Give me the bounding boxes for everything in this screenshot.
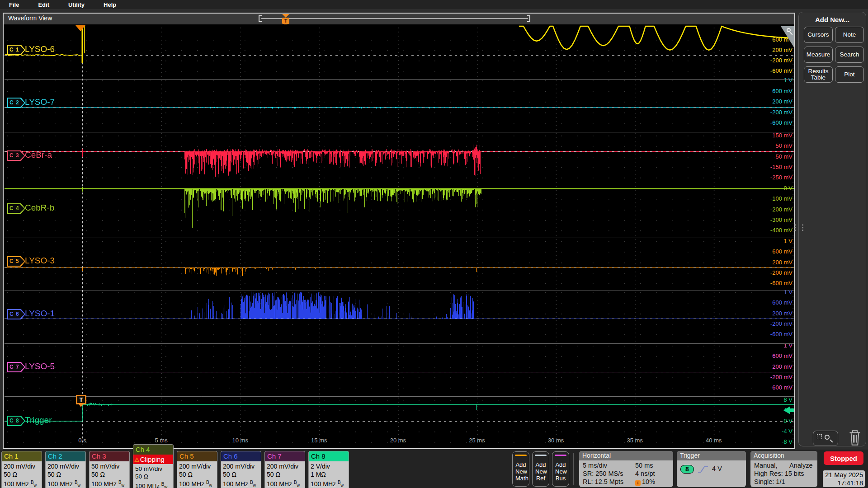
add-new-title: Add New... (799, 16, 866, 23)
view-tab[interactable]: Waveform View (8, 14, 52, 22)
minimap-trigger-marker[interactable]: T (282, 18, 289, 24)
channel-badge-settings: 200 mV/div50 Ω100 MHz Bw (46, 461, 85, 488)
acquisition-analyze: Analyze (789, 462, 813, 469)
minimap-right-bracket[interactable] (527, 15, 530, 22)
trigger-flag[interactable]: T (76, 395, 86, 404)
acquisition-panel[interactable]: Acquisition Manual, Analyze High Res: 15… (750, 451, 817, 487)
trigger-source-badge: 8 (680, 465, 694, 474)
channel-badge-ch5[interactable]: Ch 5200 mV/div50 Ω100 MHz Bw (177, 451, 217, 488)
channel-tag-c3[interactable]: C 3 (7, 150, 25, 161)
channel-bandwidth: 100 MHz Bw (135, 480, 171, 488)
channel-badge-ch1[interactable]: Ch 1200 mV/div50 Ω100 MHz Bw (1, 451, 42, 488)
oscilloscope-screen: FileEditUtilityHelp Waveform View T 600 … (0, 0, 868, 488)
time-label: 17:41:18 (823, 479, 863, 487)
waveform-canvas[interactable] (5, 25, 794, 448)
horizontal-panel[interactable]: Horizontal 5 ms/div 50 ms SR: 250 MS/s 4… (579, 451, 673, 487)
run-stop-status-button[interactable]: Stopped (824, 451, 863, 465)
channel-badge-ch4[interactable]: Ch 4⚠Clipping50 mV/div50 Ω100 MHz Bw (133, 444, 174, 488)
graticule-area[interactable]: 600 mV200 mV-200 mV-600 mV1 V600 mV200 m… (4, 24, 794, 448)
zoom-tool-button[interactable] (813, 431, 838, 446)
trigger-flag-letter: T (80, 396, 83, 403)
sidebar-button-cursors[interactable]: Cursors (804, 27, 833, 43)
menu-item-edit[interactable]: Edit (38, 1, 49, 8)
panel-drag-handle[interactable]: ⋮⋮ (791, 226, 807, 229)
menu-item-help[interactable]: Help (104, 1, 116, 8)
channel-name-label[interactable]: CeBr-a (25, 150, 52, 160)
channel-impedance: 50 Ω (47, 470, 84, 479)
trigger-level-arrow-tail (790, 408, 794, 412)
channel-tag-c1[interactable]: C 1 (7, 45, 25, 55)
channel-tag-label: C 5 (7, 256, 25, 267)
sidebar-button-search[interactable]: Search (835, 47, 864, 63)
channel-tag-label: C 6 (7, 309, 25, 319)
channel-badge-ch7[interactable]: Ch 7200 mV/div50 Ω100 MHz Bw (264, 451, 305, 488)
channel-tag-label: C 4 (7, 203, 25, 214)
channel-name-label[interactable]: CebR-b (25, 203, 54, 213)
channel-badge-ch2[interactable]: Ch 2200 mV/div50 Ω100 MHz Bw (45, 451, 86, 488)
channel-badge-ch8[interactable]: Ch 82 V/div1 MΩ100 MHz Bw (308, 451, 349, 488)
warning-icon: ⚠ (134, 456, 140, 463)
channel-badge-ch3[interactable]: Ch 350 mV/div50 Ω100 MHz Bw (89, 451, 130, 488)
channel-bandwidth: 100 MHz Bw (179, 479, 215, 488)
channel-badge-title: Ch 3 (90, 451, 129, 461)
channel-name-label[interactable]: LYSO-7 (25, 97, 55, 107)
channel-name-label[interactable]: Trigger (25, 415, 52, 425)
trigger-position-marker[interactable] (75, 25, 85, 31)
channel-name-label[interactable]: LYSO-5 (25, 361, 55, 371)
channel-tag-c5[interactable]: C 5 (7, 256, 25, 267)
add-new-ref-button[interactable]: AddNewRef (532, 451, 549, 487)
channel-badge-title: Ch 8 (309, 451, 349, 461)
acquisition-mode: Manual, (754, 462, 778, 469)
channel-badge-settings: 200 mV/div50 Ω100 MHz Bw (265, 461, 305, 488)
sidebar-button-plot[interactable]: Plot (835, 66, 864, 83)
menu-item-utility[interactable]: Utility (68, 1, 85, 8)
channel-name-label[interactable]: LYSO-6 (25, 44, 55, 54)
menu-item-file[interactable]: File (9, 1, 19, 8)
sidebar-button-measure[interactable]: Measure (804, 47, 833, 63)
trigger-panel[interactable]: Trigger 8 4 V (677, 451, 746, 487)
channel-badge-settings: 200 mV/div50 Ω100 MHz Bw (221, 461, 261, 488)
channel-scale: 200 mV/div (223, 462, 259, 470)
add-new-box: Add New... CursorsNoteMeasureSearchResul… (798, 12, 866, 446)
channel-bandwidth: 100 MHz Bw (91, 479, 127, 488)
channel-name-label[interactable]: LYSO-1 (25, 309, 55, 319)
sidebar-button-note[interactable]: Note (835, 27, 864, 43)
acquisition-panel-title: Acquisition (750, 451, 817, 460)
channel-name-label[interactable]: LYSO-3 (25, 256, 55, 266)
trigger-panel-title: Trigger (677, 451, 746, 460)
channel-scale: 200 mV/div (179, 462, 215, 470)
minimap-trigger-pointer-icon (282, 14, 289, 18)
magnifier-handle-icon (789, 32, 793, 35)
horizontal-trigpos: T10% (635, 478, 655, 486)
channel-badge-title: Ch 2 (46, 451, 85, 461)
zoom-overview-icon[interactable] (781, 26, 794, 48)
math-color-bar (515, 455, 527, 456)
zoom-lens-handle-icon (830, 439, 833, 442)
horizontal-resolution: 4 ns/pt (635, 470, 655, 477)
channel-tag-c7[interactable]: C 7 (7, 362, 25, 372)
bottom-bar-separator (573, 453, 574, 485)
sidebar-button-results-table[interactable]: Results Table (804, 66, 833, 83)
trash-icon[interactable] (845, 428, 864, 447)
add-new-bus-button[interactable]: AddNewBus (552, 451, 569, 487)
channel-tag-c8[interactable]: C 8 (7, 416, 25, 426)
zoom-lens-icon (825, 435, 830, 440)
channel-bandwidth: 100 MHz Bw (4, 479, 40, 488)
channel-impedance: 50 Ω (267, 470, 303, 479)
horizontal-scale: 5 ms/div (583, 462, 607, 469)
channel-tag-label: C 8 (7, 416, 25, 426)
channel-badge-ch6[interactable]: Ch 6200 mV/div50 Ω100 MHz Bw (221, 451, 261, 488)
add-new-math-button[interactable]: AddNewMath (512, 451, 529, 487)
channel-badge-title: Ch 1 (2, 451, 42, 461)
channel-tag-c4[interactable]: C 4 (7, 203, 25, 214)
clipping-warning: ⚠Clipping (133, 455, 173, 464)
channel-tag-c2[interactable]: C 2 (7, 98, 25, 108)
channel-bandwidth: 100 MHz Bw (223, 479, 259, 488)
ref-color-bar (535, 455, 547, 456)
channel-bandwidth: 100 MHz Bw (47, 479, 84, 488)
zoom-region-icon (817, 434, 822, 439)
minimap-left-bracket[interactable] (259, 15, 262, 22)
datetime-box[interactable]: 21 May 2025 17:41:18 (823, 470, 865, 487)
trigger-level-arrow[interactable] (783, 406, 790, 414)
channel-tag-c6[interactable]: C 6 (7, 309, 25, 319)
